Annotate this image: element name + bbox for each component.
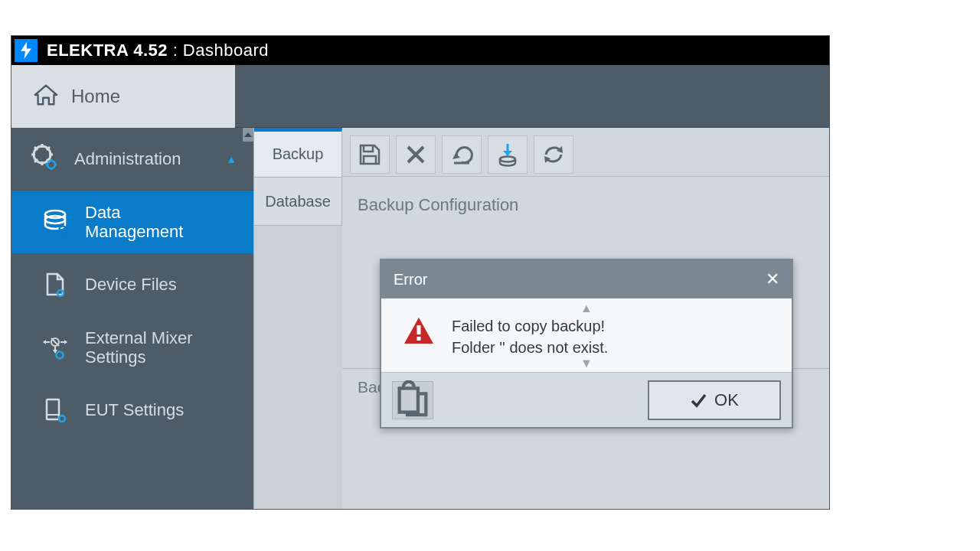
scroll-up-icon: ▲ (580, 302, 593, 315)
svg-rect-43 (417, 337, 421, 341)
dialog-title: Error (394, 271, 427, 289)
svg-marker-34 (452, 153, 460, 159)
restore-button[interactable] (442, 135, 482, 174)
chevron-up-icon: ▲ (226, 153, 237, 165)
download-db-icon (495, 142, 520, 167)
toolbar (342, 132, 829, 177)
section-title: Backup Configuration (342, 177, 829, 223)
svg-rect-29 (47, 399, 59, 419)
save-icon (358, 142, 382, 167)
dialog-close-button[interactable]: ✕ (766, 269, 779, 289)
undo-icon (449, 142, 474, 167)
svg-marker-0 (21, 42, 31, 59)
sidebar: Administration ▲ Data Management Device … (11, 128, 253, 509)
ribbon: Home (11, 65, 829, 128)
sidebar-item-label: Data Management (85, 203, 183, 242)
sidebar-item-label: EUT Settings (85, 400, 184, 419)
sidebar-item-data-management[interactable]: Data Management (11, 191, 253, 253)
refresh-button[interactable] (534, 135, 573, 174)
home-label: Home (71, 86, 120, 107)
svg-marker-1 (244, 132, 252, 137)
ok-button[interactable]: OK (648, 380, 781, 420)
dialog-footer: OK (381, 372, 792, 427)
scroll-down-icon: ▼ (580, 357, 593, 370)
error-icon (403, 315, 435, 358)
svg-rect-42 (417, 325, 421, 334)
dialog-titlebar: Error ✕ (381, 260, 792, 298)
svg-point-31 (59, 416, 65, 422)
sidebar-scroll-up[interactable] (243, 128, 253, 142)
svg-rect-44 (400, 388, 418, 412)
svg-point-11 (47, 161, 55, 168)
sidebar-item-label: Device Files (85, 275, 177, 294)
sidebar-item-label: External Mixer Settings (85, 328, 193, 367)
import-button[interactable] (488, 135, 528, 174)
gear-icon (31, 144, 57, 174)
clipboard-icon (393, 380, 433, 420)
sidebar-item-device-files[interactable]: Device Files (11, 253, 253, 316)
refresh-icon (541, 142, 566, 167)
window-title: ELEKTRA 4.52 : Dashboard (47, 41, 269, 60)
svg-point-28 (57, 352, 64, 359)
dialog-body: ▲ Failed to copy backup! Folder '' does … (381, 298, 792, 372)
delete-button[interactable] (396, 135, 436, 174)
svg-point-38 (500, 156, 515, 161)
sidebar-section-label: Administration (74, 149, 181, 169)
home-icon (33, 83, 59, 110)
sub-tabs: Backup Database (253, 128, 342, 509)
dialog-message: Failed to copy backup! Folder '' does no… (452, 315, 608, 358)
check-icon (690, 392, 707, 409)
file-icon (42, 272, 68, 298)
database-icon (42, 209, 68, 235)
svg-point-19 (57, 290, 64, 296)
copy-details-button[interactable] (392, 381, 433, 419)
mixer-icon (42, 334, 68, 360)
home-button[interactable]: Home (11, 65, 235, 128)
svg-marker-37 (503, 151, 512, 156)
app-logo-icon (15, 39, 38, 62)
tab-backup[interactable]: Backup (254, 128, 342, 177)
tab-database[interactable]: Database (254, 177, 342, 226)
device-icon (42, 397, 68, 423)
titlebar: ELEKTRA 4.52 : Dashboard (11, 36, 829, 65)
ok-label: OK (714, 390, 739, 410)
sidebar-item-external-mixer[interactable]: External Mixer Settings (11, 316, 253, 379)
svg-marker-25 (64, 340, 67, 344)
svg-marker-23 (43, 340, 46, 344)
sidebar-section-administration[interactable]: Administration ▲ (11, 128, 253, 191)
sidebar-item-eut-settings[interactable]: EUT Settings (11, 379, 253, 442)
close-icon (403, 142, 428, 167)
svg-point-17 (45, 216, 65, 223)
save-button[interactable] (350, 135, 390, 174)
error-dialog: Error ✕ ▲ Failed to copy backup! Folder … (380, 259, 793, 429)
